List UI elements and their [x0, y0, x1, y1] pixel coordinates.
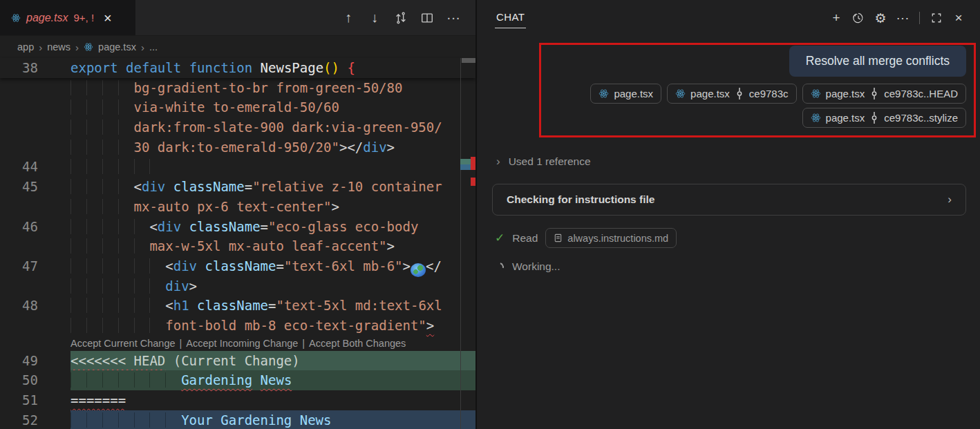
code-text: dark:from-slate-900 dark:via-green-950/	[70, 117, 475, 137]
code-token	[252, 60, 260, 75]
code-line[interactable]: dark:from-slate-900 dark:via-green-950/	[0, 117, 475, 137]
code-token	[70, 159, 165, 174]
chat-panel: CHAT +⚙···× Resolve all merge conflicts …	[477, 0, 980, 429]
tab-page-tsx[interactable]: page.tsx 9+, ! ×	[0, 0, 135, 35]
code-token: >	[403, 258, 411, 274]
scrollbar-thumb[interactable]	[462, 58, 475, 63]
code-token: =	[268, 298, 276, 313]
code-line[interactable]: 50 Gardening News	[0, 370, 475, 390]
code-token	[70, 120, 134, 135]
codelens-link[interactable]: Accept Incoming Change	[186, 338, 298, 349]
code-token: <	[134, 179, 142, 194]
tab-label: page.tsx	[26, 12, 68, 24]
code-token	[165, 179, 173, 194]
react-icon	[84, 41, 93, 53]
code-line[interactable]: div>	[0, 276, 475, 296]
codelens-separator: |	[298, 338, 309, 349]
used-references-toggle[interactable]: › Used 1 reference	[496, 155, 591, 169]
code-line[interactable]: 51=======	[0, 390, 475, 410]
fullscreen-icon[interactable]	[927, 9, 945, 27]
code-token: News	[261, 372, 292, 388]
arrow-up-icon[interactable]: ↑	[339, 8, 358, 28]
scrollbar-border	[460, 58, 461, 429]
close-icon[interactable]: ×	[950, 9, 968, 27]
code-token: bg-gradient-to-br from-green-50/80	[134, 80, 403, 95]
attachment-chip[interactable]: page.tsxce9783c	[667, 84, 796, 104]
gear-icon[interactable]: ⚙	[871, 9, 889, 27]
code-token: max-w-5xl mx-auto leaf-accent"	[149, 238, 386, 254]
error-mark	[471, 157, 475, 170]
code-token: >	[387, 140, 395, 155]
react-icon	[11, 12, 21, 24]
code-token	[70, 372, 181, 388]
chip-file-name: page.tsx	[614, 88, 653, 99]
read-file-chip[interactable]: always.instructions.md	[545, 228, 677, 248]
code-line[interactable]: 52 Your Gardening News	[0, 410, 475, 429]
code-token	[70, 179, 134, 194]
line-number	[0, 117, 70, 137]
codelens-link[interactable]: Accept Current Change	[70, 338, 176, 349]
code-token: NewsPage	[261, 60, 324, 75]
codelens-link[interactable]: Accept Both Changes	[309, 338, 406, 349]
history-icon[interactable]	[849, 9, 867, 27]
code-line[interactable]: 46 <div className="eco-glass eco-body	[0, 217, 475, 237]
arrow-down-icon[interactable]: ↓	[365, 8, 384, 28]
more-actions-icon[interactable]: ···	[444, 8, 463, 28]
ellipsis-icon[interactable]: ···	[894, 9, 912, 27]
code-token	[118, 60, 126, 75]
used-references-label: Used 1 reference	[509, 155, 591, 168]
code-line[interactable]: via-white to-emerald-50/60	[0, 97, 475, 117]
code-token: dark:from-slate-900 dark:via-green-950/	[134, 120, 442, 135]
attachment-chip[interactable]: page.tsxce9783c..HEAD	[802, 84, 966, 104]
compare-changes-icon[interactable]	[391, 8, 411, 28]
git-commit-icon	[869, 112, 879, 124]
instructions-card[interactable]: Checking for instructions file ›	[492, 184, 966, 216]
editor-toolbar: ↑↓···	[339, 0, 475, 35]
code-token: 30 dark:to-emerald-950/20"	[134, 140, 339, 155]
code-text: export default function NewsPage() {	[70, 58, 475, 78]
code-token	[70, 199, 134, 214]
chat-toolbar: +⚙···×	[827, 9, 968, 27]
new-chat-icon[interactable]: +	[827, 9, 845, 27]
breadcrumb-item[interactable]: news	[47, 41, 70, 53]
code-token: (Current Change)	[165, 353, 299, 368]
code-token: "text-5xl md:text-6xl	[276, 298, 442, 313]
code-line[interactable]: 48 <h1 className="text-5xl md:text-6xl	[0, 296, 475, 316]
code-line[interactable]: mx-auto px-6 text-center">	[0, 197, 475, 217]
code-line[interactable]: max-w-5xl mx-auto leaf-accent">	[0, 236, 475, 256]
line-number	[0, 316, 70, 336]
code-token: h1	[173, 298, 189, 313]
code-token: div	[158, 219, 181, 234]
code-line[interactable]: 49<<<<<<< HEAD (Current Change)	[0, 351, 475, 371]
attachment-chip[interactable]: page.tsxce9783c..stylize	[802, 108, 966, 128]
check-icon: ✓	[495, 231, 505, 245]
breadcrumb-item[interactable]: app	[17, 41, 34, 53]
split-editor-icon[interactable]	[417, 8, 437, 28]
code-line[interactable]: 30 dark:to-emerald-950/20"></div>	[0, 137, 475, 158]
close-icon[interactable]: ×	[104, 11, 112, 25]
sticky-scroll-line[interactable]: 38export default function NewsPage() {	[0, 58, 475, 78]
code-token: >	[387, 238, 395, 254]
tab-chat[interactable]: CHAT	[495, 8, 526, 28]
editor-pane: page.tsx 9+, ! × ↑↓··· app›news›page.tsx…	[0, 0, 477, 429]
code-line[interactable]: bg-gradient-to-br from-green-50/80	[0, 78, 475, 98]
code-token	[70, 219, 149, 234]
code-token	[339, 60, 347, 75]
code-token: "text-6xl mb-6"	[284, 258, 403, 274]
code-line[interactable]: 47 <div className="text-6xl mb-6">🌍</	[0, 256, 475, 276]
line-number	[0, 78, 70, 98]
codelens-separator: |	[176, 338, 187, 349]
breadcrumb-item[interactable]: ...	[149, 41, 158, 53]
code-line[interactable]: 45 <div className="relative z-10 contain…	[0, 177, 475, 197]
code-line[interactable]: font-bold mb-8 eco-text-gradient">	[0, 316, 475, 336]
attachment-chip[interactable]: page.tsx	[590, 84, 661, 104]
code-line[interactable]: 44	[0, 157, 475, 177]
code-token: mx-auto px-6 text-center"	[134, 199, 332, 214]
code-text: <div className="text-6xl mb-6">🌍</	[70, 256, 475, 276]
code-text: =======	[70, 390, 475, 410]
breadcrumb-item[interactable]: page.tsx	[98, 41, 136, 53]
code-text: <<<<<<< HEAD (Current Change)	[70, 351, 475, 371]
chat-header: CHAT +⚙···×	[477, 0, 980, 36]
line-number: 44	[0, 157, 70, 177]
line-number	[0, 276, 70, 296]
